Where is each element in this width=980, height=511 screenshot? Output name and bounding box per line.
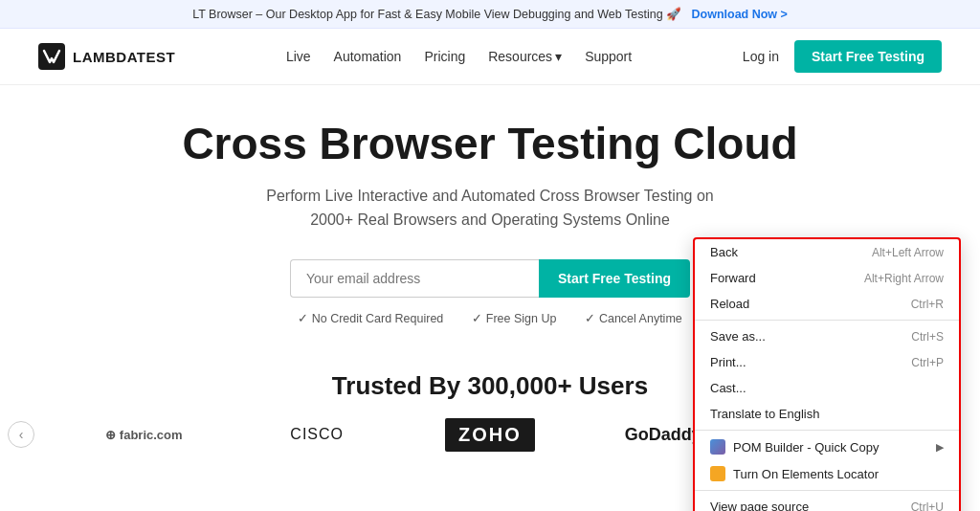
ctx-pom-builder[interactable]: POM Builder - Quick Copy ▶	[695, 433, 959, 460]
submenu-arrow-icon: ▶	[936, 441, 944, 454]
logo-zoho: ZOHO	[404, 418, 577, 452]
feature-cancel-anytime: Cancel Anytime	[585, 311, 681, 325]
nav-item-support[interactable]: Support	[585, 48, 632, 65]
banner-text: LT Browser – Our Desktop App for Fast & …	[192, 8, 788, 21]
nav-item-pricing[interactable]: Pricing	[424, 48, 465, 65]
ctx-cast[interactable]: Cast...	[695, 375, 959, 401]
feature-no-credit-card: No Credit Card Required	[298, 311, 443, 325]
context-menu: Back Alt+Left Arrow Forward Alt+Right Ar…	[693, 237, 961, 511]
logo-text: LAMBDATEST	[73, 49, 175, 65]
top-banner: LT Browser – Our Desktop App for Fast & …	[0, 0, 980, 29]
ctx-forward[interactable]: Forward Alt+Right Arrow	[695, 265, 959, 291]
email-input[interactable]	[290, 259, 539, 298]
logo-cisco: CISCO	[231, 426, 404, 443]
pom-builder-icon	[710, 439, 725, 455]
nav-item-live[interactable]: Live	[286, 48, 311, 65]
ctx-elements-locator[interactable]: Turn On Elements Locator	[695, 460, 959, 487]
elements-locator-icon	[710, 466, 725, 481]
chevron-down-icon: ▾	[555, 49, 562, 64]
logo-fabric: ⊕ fabric.com	[57, 428, 231, 442]
logo-area[interactable]: LAMBDATEST	[38, 43, 175, 70]
hero-title: Cross Browser Testing Cloud	[38, 120, 942, 168]
nav-links: Live Automation Pricing Resources ▾ Supp…	[286, 48, 632, 65]
ctx-back[interactable]: Back Alt+Left Arrow	[695, 239, 959, 265]
form-start-button[interactable]: Start Free Testing	[539, 259, 690, 298]
ctx-print[interactable]: Print... Ctrl+P	[695, 349, 959, 375]
nav-item-automation[interactable]: Automation	[334, 48, 402, 65]
svg-rect-0	[38, 43, 65, 70]
resources-label: Resources	[488, 49, 552, 64]
ctx-save-as[interactable]: Save as... Ctrl+S	[695, 323, 959, 349]
ctx-translate[interactable]: Translate to English	[695, 401, 959, 427]
ctx-separator-1	[695, 320, 959, 321]
navbar: LAMBDATEST Live Automation Pricing Resou…	[0, 29, 980, 85]
nav-item-resources[interactable]: Resources ▾	[488, 49, 562, 64]
banner-main-text: LT Browser – Our Desktop App for Fast & …	[192, 8, 681, 21]
prev-arrow-button[interactable]: ‹	[8, 421, 34, 448]
login-button[interactable]: Log in	[743, 49, 779, 64]
hero-subtitle-line2: 2000+ Real Browsers and Operating System…	[310, 211, 670, 228]
ctx-separator-3	[695, 490, 959, 491]
hero-subtitle-line1: Perform Live Interactive and Automated C…	[266, 188, 713, 204]
lambdatest-logo-icon	[38, 43, 65, 70]
nav-right: Log in Start Free Testing	[743, 40, 942, 73]
hero-subtitle: Perform Live Interactive and Automated C…	[38, 184, 942, 233]
ctx-view-source[interactable]: View page source Ctrl+U	[695, 494, 959, 511]
download-now-link[interactable]: Download Now >	[692, 8, 788, 21]
ctx-separator-2	[695, 430, 959, 431]
ctx-reload[interactable]: Reload Ctrl+R	[695, 291, 959, 317]
feature-free-signup: Free Sign Up	[472, 311, 556, 325]
navbar-start-btn[interactable]: Start Free Testing	[794, 40, 942, 73]
